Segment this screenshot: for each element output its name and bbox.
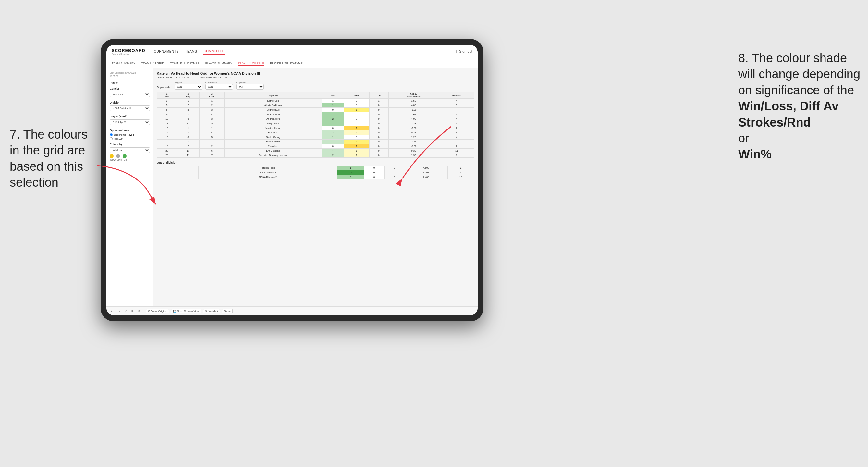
grid-records: Overall Record: 353 - 34 - 6 Division Re… (157, 76, 474, 79)
back-btn[interactable]: ↩ (123, 309, 128, 313)
col-opponent: Opponent (224, 93, 322, 99)
logo-sub: Powered by clippd (112, 53, 145, 55)
watch-btn[interactable]: 👁 Watch ▾ (203, 309, 220, 313)
left-panel: Last Updated: 27/03/2024 16:55:38 Player… (106, 68, 153, 306)
opponent-view-radio-group: Opponents Played Top 100 (110, 133, 150, 140)
region-select[interactable]: (All) (175, 84, 202, 90)
table-row: 18 2 2 Euna Lee 0 1 0 -5.00 2 (157, 144, 474, 149)
bold-win-pct: Win% (738, 147, 772, 161)
main-content: Last Updated: 27/03/2024 16:55:38 Player… (106, 68, 478, 306)
undo-btn[interactable]: ↩ (110, 309, 115, 313)
table-row: 6 3 3 Sydney Kuo 0 1 0 -1.00 (157, 108, 474, 112)
colour-dots (110, 154, 150, 158)
forward-btn[interactable]: ⟳ (137, 309, 142, 313)
share-btn[interactable]: Share (222, 309, 232, 313)
col-win: Win (322, 93, 344, 99)
table-row: 5 2 2 Alexis Sudjianto 1 0 0 4.00 3 (157, 103, 474, 108)
main-table: #Div #Reg #Conf Opponent Win Loss Tie Di… (157, 92, 474, 158)
overall-record: Overall Record: 353 - 34 - 6 (157, 76, 189, 79)
gender-select[interactable]: Women's (110, 92, 150, 97)
region-filter: Region (All) (175, 82, 202, 90)
out-of-division-header: Out of division (157, 161, 474, 164)
col-reg: #Reg (177, 93, 199, 99)
list-item: NCAA Division 2 5 0 0 7.400 10 (157, 175, 474, 180)
view-icon: ⊙ (148, 310, 150, 313)
opponent-select[interactable]: (All) (236, 84, 264, 90)
col-rounds: Rounds (439, 93, 474, 99)
subnav-team-h2h-heatmap[interactable]: TEAM H2H HEATMAP (170, 61, 199, 66)
last-updated: Last Updated: 27/03/2024 16:55:38 (110, 71, 150, 78)
nav-item-committee[interactable]: COMMITTEE (204, 48, 224, 55)
subnav-player-h2h-grid[interactable]: PLAYER H2H GRID (238, 61, 264, 66)
nav-item-teams[interactable]: TEAMS (185, 49, 197, 55)
bold-win-loss: Win/Loss, (738, 99, 796, 113)
subnav-team-h2h-grid[interactable]: TEAM H2H GRID (141, 61, 164, 66)
conference-select[interactable]: (All) (206, 84, 233, 90)
save-custom-btn[interactable]: 💾 Save Custom View (171, 309, 201, 313)
nav-items: TOURNAMENTS TEAMS COMMITTEE (152, 48, 456, 55)
dot-labels: Down Level Up (110, 159, 150, 161)
nav-separator: | (456, 50, 457, 53)
grid-title: Katelyn Vo Head-to-Head Grid for Women's… (157, 71, 474, 75)
division-record: Division Record: 331 - 34 - 6 (198, 76, 231, 79)
col-loss: Loss (344, 93, 370, 99)
table-row: 9 1 4 Sharon Mun 1 0 0 3.67 3 (157, 112, 474, 117)
gender-label: Gender (110, 87, 150, 90)
table-row: 10 6 3 Andrea York 2 0 0 4.00 4 (157, 117, 474, 121)
table-row: 15 8 5 Stella Cheng 1 0 0 1.25 4 (157, 135, 474, 139)
table-row: 20 11 6 Emily Chang 4 1 0 0.30 11 (157, 149, 474, 153)
nav-item-tournaments[interactable]: TOURNAMENTS (152, 49, 179, 55)
nav-bar: SCOREBOARD Powered by clippd TOURNAMENTS… (106, 45, 478, 58)
subnav-player-h2h-heatmap[interactable]: PLAYER H2H HEATMAP (270, 61, 303, 66)
division-label: Division (110, 101, 150, 104)
dot-down (110, 154, 114, 158)
toolbar: ↩ ↪ ↩ ⊞ ⟳ ⊙ View: Original 💾 Save Custom… (106, 306, 478, 315)
opponent-view-label: Opponent view (110, 129, 150, 132)
list-item: NAIA Division 1 15 0 0 9.267 30 (157, 170, 474, 175)
opponents-label: Opponents: (157, 86, 171, 89)
copy-btn[interactable]: ⊞ (130, 309, 135, 313)
logo-text: SCOREBOARD (112, 48, 145, 53)
col-diff: Diff AvStrokes/Rnd (389, 93, 439, 99)
filters-row: Opponents: Region (All) Conference (All) (157, 82, 474, 90)
nav-right: | Sign out (456, 49, 472, 55)
tablet-frame: SCOREBOARD Powered by clippd TOURNAMENTS… (101, 39, 484, 321)
right-annotation: 8. The colour shade will change dependin… (738, 50, 862, 163)
player-rank-select[interactable]: 8. Katelyn Vo (110, 119, 150, 125)
watch-icon: 👁 (205, 310, 208, 313)
out-of-division-table: Foreign Team 1 0 0 4.500 2 NAIA Division… (157, 165, 474, 180)
view-original-btn[interactable]: ⊙ View: Original (146, 309, 169, 313)
right-content: Katelyn Vo Head-to-Head Grid for Women's… (153, 68, 478, 306)
col-div: #Div (157, 93, 177, 99)
table-row: 11 11 5 Heejo Hyun 1 0 0 3.33 3 (157, 121, 474, 126)
subnav-team-summary[interactable]: TEAM SUMMARY (112, 61, 135, 66)
table-row: 14 7 4 Eunice Yi 2 2 0 0.38 9 (157, 130, 474, 135)
left-annotation: 7. The colours in the grid are based on … (10, 127, 97, 191)
subnav-player-summary[interactable]: PLAYER SUMMARY (206, 61, 232, 66)
colour-by-select[interactable]: Win/loss (110, 147, 150, 153)
division-select[interactable]: NCAA Division III (110, 105, 150, 111)
player-section-label: Player (110, 81, 150, 84)
dot-level (116, 154, 120, 158)
col-conf: #Conf (199, 93, 224, 99)
logo-area: SCOREBOARD Powered by clippd (112, 48, 145, 55)
tablet-screen: SCOREBOARD Powered by clippd TOURNAMENTS… (106, 45, 478, 315)
sub-nav: TEAM SUMMARY TEAM H2H GRID TEAM H2H HEAT… (106, 58, 478, 68)
table-row: 3 1 1 Esther Lee 1 0 1 1.50 4 (157, 99, 474, 103)
table-row: 16 1 1 Jessica Mason 1 2 0 -0.94 (157, 139, 474, 144)
list-item: Foreign Team 1 0 0 4.500 2 (157, 166, 474, 170)
toolbar-sep1 (144, 309, 144, 313)
redo-btn[interactable]: ↪ (117, 309, 121, 313)
table-row: 13 1 1 Jessica Huang 0 1 0 -3.00 2 (157, 126, 474, 130)
radio-top100[interactable]: Top 100 (110, 137, 150, 140)
radio-opponents-played[interactable]: Opponents Played (110, 133, 150, 136)
save-icon: 💾 (173, 310, 176, 313)
table-row: 20 11 7 Federica Domecq Lacroze 2 1 0 1.… (157, 153, 474, 158)
sign-out-button[interactable]: Sign out (459, 49, 472, 55)
table-header-row: #Div #Reg #Conf Opponent Win Loss Tie Di… (157, 93, 474, 99)
colour-by-label: Colour by (110, 143, 150, 146)
opponent-filter: Opponent (All) (236, 82, 264, 90)
player-rank-label: Player (Rank) (110, 115, 150, 118)
dot-up (123, 154, 127, 158)
col-tie: Tie (369, 93, 389, 99)
